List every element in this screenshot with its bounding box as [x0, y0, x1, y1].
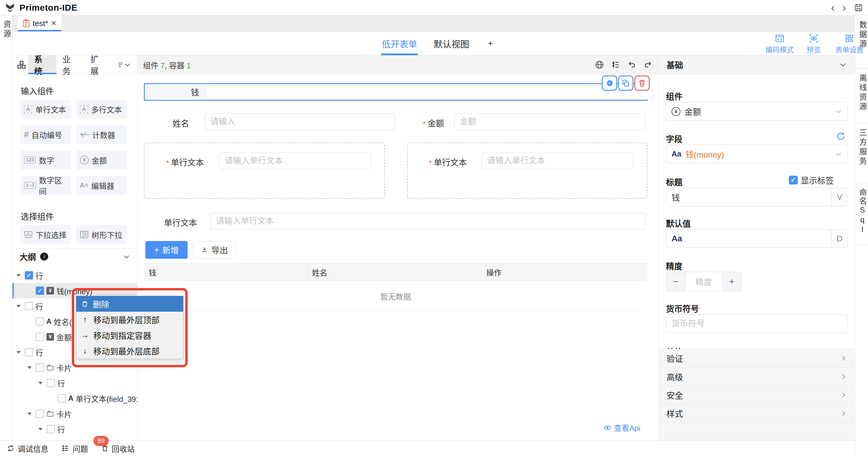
dashed-container-left[interactable]	[144, 143, 385, 199]
component-copy-button[interactable]	[618, 76, 633, 91]
menu-item-move-to-top[interactable]: ↑ 移动到最外层顶部	[76, 312, 183, 327]
plus-button[interactable]: +	[722, 272, 741, 291]
outline-collapse-chevron-icon[interactable]	[123, 253, 130, 260]
tab-low-code-form[interactable]: 低开表单	[381, 32, 418, 55]
outline-node-row-1[interactable]: ✓ 行	[12, 267, 137, 283]
outline-node-row-4[interactable]: 行	[12, 375, 137, 391]
palette-item-counter[interactable]: +⁄− 计数器	[76, 125, 127, 144]
problems-button[interactable]: 问题	[61, 443, 88, 454]
single-text-row-input[interactable]	[210, 213, 646, 229]
selected-money-component[interactable]: 钱	[144, 83, 647, 101]
rail-named-sql[interactable]: 命名Sql	[855, 183, 868, 245]
palette-tab-system[interactable]: 系统	[28, 55, 56, 74]
checkbox-checked[interactable]: ✓	[36, 287, 44, 295]
rail-resources[interactable]: 资源	[0, 20, 12, 39]
view-api-link[interactable]: 查看Api	[603, 422, 641, 433]
palette-tab-extension[interactable]: 扩展	[85, 55, 113, 74]
checkbox-unchecked[interactable]	[36, 317, 44, 325]
caret-down-icon[interactable]	[38, 428, 42, 431]
checkbox-unchecked[interactable]	[47, 425, 55, 433]
checkbox-unchecked[interactable]	[58, 394, 66, 402]
outline-node-card-2[interactable]: 卡片	[12, 406, 137, 421]
palette-tab-business[interactable]: 业务	[56, 55, 85, 74]
code-mode-button[interactable]: 编码模式	[762, 33, 797, 54]
export-button[interactable]: 导出	[193, 241, 236, 259]
checkbox-unchecked[interactable]	[36, 409, 44, 418]
palette-item-number-range[interactable]: 1~3 数字区间	[20, 176, 71, 195]
group-advanced[interactable]: 高级	[659, 368, 855, 386]
component-delete-button[interactable]	[634, 76, 650, 91]
component-select[interactable]: ¥ 金额	[666, 102, 848, 121]
checkbox-checked[interactable]: ✓	[789, 176, 798, 184]
palette-list-icon[interactable]	[117, 61, 124, 68]
rail-offline-resources[interactable]: 离线资源	[855, 68, 868, 123]
group-style[interactable]: 样式	[659, 404, 855, 423]
palette-collapse-chevron-icon[interactable]	[124, 61, 131, 68]
refresh-icon[interactable]	[836, 132, 845, 141]
palette-item-money[interactable]: ¥ 金额	[76, 150, 127, 169]
dashed-container-right[interactable]	[407, 143, 647, 199]
palette-item-tree-dropdown[interactable]: 树形下拉	[76, 225, 127, 244]
component-settings-button[interactable]	[602, 76, 617, 91]
outline-node-row-5[interactable]: 行	[12, 421, 137, 437]
minus-button[interactable]: −	[666, 272, 685, 291]
checkbox-unchecked[interactable]	[47, 379, 55, 387]
caret-down-icon[interactable]	[17, 305, 21, 308]
amount-field-input[interactable]	[454, 114, 646, 130]
checkbox-checked[interactable]: ✓	[25, 271, 33, 280]
palette-item-auto-number[interactable]: # 自动编号	[20, 125, 71, 144]
caret-down-icon[interactable]	[38, 382, 42, 384]
title-variable-button[interactable]: V	[831, 188, 848, 206]
undo-icon[interactable]	[627, 60, 637, 69]
caret-down-icon[interactable]	[17, 351, 21, 354]
preview-button[interactable]: 预览	[802, 33, 826, 54]
palette-item-multi-line-text[interactable]: A 多行文本	[76, 99, 127, 119]
form-settings-button[interactable]: 表单设置	[830, 33, 868, 54]
group-validation[interactable]: 验证	[659, 349, 855, 368]
menu-item-move-to-bottom[interactable]: ↓ 移动到最外层底部	[76, 343, 183, 359]
checkbox-unchecked[interactable]	[36, 333, 44, 341]
add-view-button[interactable]: +	[485, 32, 496, 55]
column-header-name[interactable]: 姓名	[307, 263, 482, 281]
outline-node-single-text-field[interactable]: A 单行文本(field_391	[12, 391, 137, 406]
nav-forward-icon[interactable]: ›	[842, 2, 846, 13]
palette-item-editor[interactable]: A≡ 编辑器	[76, 176, 127, 195]
caret-down-icon[interactable]	[28, 412, 32, 415]
checkbox-unchecked[interactable]	[25, 302, 33, 310]
column-header-actions[interactable]: 操作	[482, 263, 647, 281]
name-field-input[interactable]	[205, 114, 395, 130]
show-label-toggle[interactable]: ✓ 显示标签	[789, 174, 834, 186]
component-library-icon[interactable]	[17, 60, 26, 69]
menu-item-move-to-container[interactable]: → 移动到指定容器	[76, 327, 183, 343]
palette-item-number[interactable]: 123 数字	[20, 150, 71, 169]
redo-icon[interactable]	[643, 60, 653, 69]
outline-node-card-1[interactable]: 卡片	[12, 360, 137, 375]
menu-item-delete[interactable]: 删除	[76, 296, 183, 312]
tab-test[interactable]: test* ✕	[18, 16, 61, 31]
globe-icon[interactable]	[595, 60, 604, 69]
palette-item-dropdown[interactable]: 下拉选择	[20, 225, 71, 244]
palette-item-single-line-text[interactable]: A 单行文本	[20, 99, 71, 119]
nav-back-icon[interactable]: ‹	[831, 2, 835, 13]
currency-symbol-input[interactable]	[666, 314, 848, 333]
checkbox-unchecked[interactable]	[36, 364, 44, 372]
selected-field-input[interactable]	[206, 85, 653, 99]
save-icon[interactable]	[854, 3, 863, 12]
caret-down-icon[interactable]	[28, 366, 32, 369]
single-text-input-right[interactable]	[482, 152, 633, 169]
precision-placeholder[interactable]: 精度	[685, 272, 722, 291]
info-icon[interactable]: i	[40, 253, 48, 260]
tab-close-icon[interactable]: ✕	[51, 20, 56, 27]
default-value-text[interactable]: Aa	[666, 229, 682, 248]
caret-down-icon[interactable]	[17, 274, 21, 277]
checkbox-unchecked[interactable]	[25, 348, 33, 357]
column-header-money[interactable]: 钱	[144, 263, 307, 281]
outline-settings-icon[interactable]	[611, 60, 620, 69]
title-input[interactable]	[666, 188, 831, 206]
default-value-d-button[interactable]: D	[831, 229, 848, 248]
add-row-button[interactable]: +新增	[145, 241, 188, 259]
rail-third-party-services[interactable]: 三方服务	[855, 123, 868, 183]
tab-default-view[interactable]: 默认视图	[433, 32, 470, 55]
single-text-input-left[interactable]	[219, 152, 371, 169]
debug-info-button[interactable]: 调试信息	[6, 443, 49, 454]
